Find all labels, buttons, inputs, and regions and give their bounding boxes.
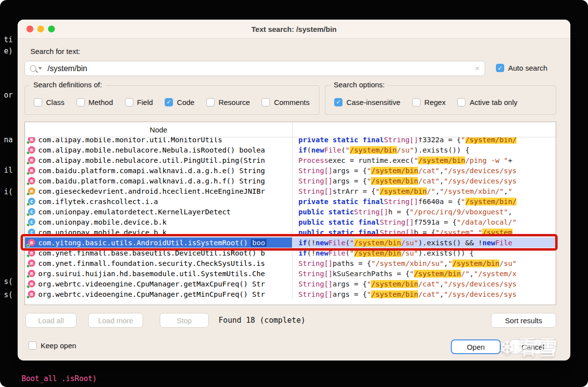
node-label: com.alipay.mobile.monitor.util.MonitorUt… (38, 137, 222, 144)
checkbox-box (28, 341, 37, 350)
keep-open-checkbox[interactable]: Keep open (28, 341, 76, 350)
desktop-background: Text search: /system/bin Search for text… (0, 0, 588, 387)
load-more-button[interactable]: Load more (88, 313, 143, 328)
method-icon: m (28, 156, 35, 164)
node-column-header[interactable]: Node (25, 126, 292, 134)
checkbox-label: Auto search (508, 64, 547, 72)
result-node-cell: morg.webrtc.videoengine.CpuManager.getMa… (25, 279, 292, 289)
close-window-button[interactable] (26, 26, 33, 32)
result-row[interactable]: mcom.alipay.mobile.monitor.util.MonitorU… (25, 137, 556, 145)
stop-button[interactable]: Stop (160, 313, 209, 328)
node-label: com.baidu.platform.comapi.walknavi.d.a.g… (38, 167, 265, 175)
result-row[interactable]: mcom.alipay.mobile.nebulacore.Nebula.isR… (25, 145, 556, 155)
checkbox-label: Class (46, 98, 65, 106)
node-label: com.iflytek.crashcollect.i.a (38, 198, 158, 206)
background-code-fragment: e) (4, 47, 13, 55)
checkbox-method[interactable]: Method (76, 98, 113, 106)
method-icon: m (28, 177, 35, 184)
result-node-cell: mcom.alipay.mobile.monitor.util.MonitorU… (25, 137, 292, 145)
result-row[interactable]: mcom.yitong.basic.utils.AndroidUtil.isSy… (25, 237, 556, 248)
node-label: com.alipay.mobile.nebulacore.Nebula.isRo… (38, 146, 265, 154)
node-label: com.gieseckedevrient.android.hceclient.H… (38, 187, 265, 195)
checkbox-active-tab-only[interactable]: Active tab only (457, 98, 517, 106)
method-icon: m (28, 249, 35, 257)
dialog-titlebar: Text search: /system/bin (18, 20, 570, 39)
checkbox-class[interactable]: Class (34, 98, 65, 106)
checkbox-regex[interactable]: Regex (412, 98, 445, 106)
result-code-cell: String[] kSuSearchPaths = {"/system/bin/… (292, 268, 556, 279)
result-code-cell: String[] args = {"/system/bin/cat", "/sy… (292, 176, 556, 186)
minimize-window-button[interactable] (37, 26, 44, 32)
background-code-fragment: Boot_all .isRoot) (22, 374, 97, 383)
checkbox-field[interactable]: Field (125, 98, 153, 106)
node-label: com.ynet.finmall.foundation.security.Che… (38, 259, 265, 267)
class-icon: c (28, 229, 35, 236)
result-row[interactable]: ccom.iflytek.crashcollect.i.aprivate sta… (25, 196, 556, 206)
checkbox-case-insensitive[interactable]: ✓Case-insensitive (334, 98, 400, 106)
result-row[interactable]: morg.webrtc.videoengine.CpuManager.getMi… (25, 289, 556, 299)
result-node-cell: morg.webrtc.videoengine.CpuManager.getMi… (25, 289, 292, 299)
node-label: org.webrtc.videoengine.CpuManager.getMin… (38, 290, 265, 298)
background-code-fragment: or (4, 91, 13, 100)
class-icon: c (28, 218, 35, 226)
watermark-text: 看雪 (518, 334, 557, 361)
checkbox-resource[interactable]: Resource (206, 98, 250, 106)
dialog-title: Text search: /system/bin (251, 25, 337, 33)
result-row[interactable]: ccom.unionpay.mobile.device.b.kpublic st… (25, 217, 556, 227)
result-row[interactable]: morg.suirui.huijian.hd.basemodule.util.S… (25, 268, 556, 279)
result-node-cell: mcom.alipay.mobile.nebulacore.util.PingU… (25, 155, 292, 165)
result-row[interactable]: mcom.ynet.finmall.foundation.security.Ch… (25, 258, 556, 268)
checkbox-label: Case-insensitive (346, 98, 400, 106)
result-row[interactable]: mcom.gieseckedevrient.android.hceclient.… (25, 186, 556, 196)
search-input[interactable] (47, 64, 475, 74)
search-input-field[interactable]: × (24, 61, 485, 76)
method-icon: m (28, 259, 35, 267)
auto-search-checkbox[interactable]: ✓Auto search (496, 64, 547, 72)
result-row[interactable]: mcom.ynet.finmall.base.baseutils.DeviceU… (25, 248, 556, 258)
checkbox-code[interactable]: ✓Code (165, 98, 195, 106)
checkbox-label: Code (177, 98, 195, 106)
zoom-window-button[interactable] (48, 26, 55, 32)
result-code-cell: String[] args = {"/system/bin/cat", "/sy… (292, 165, 556, 176)
result-node-cell: ccom.iflytek.crashcollect.i.a (25, 196, 292, 206)
sort-results-button[interactable]: Sort results (491, 313, 556, 328)
window-controls (26, 26, 55, 32)
result-row[interactable]: mcom.baidu.platform.comapi.walknavi.d.a.… (25, 176, 556, 186)
result-code-cell: if (new File("/system/bin/su").exists())… (292, 145, 556, 155)
search-icon[interactable] (30, 65, 42, 72)
node-label: com.baidu.platform.comapi.walknavi.d.a.g… (38, 177, 265, 185)
result-code-cell: String[] strArr = {"/system/bin/", "/sys… (292, 186, 556, 196)
result-node-cell: mcom.gieseckedevrient.android.hceclient.… (25, 186, 292, 196)
checkbox-box: ✓ (165, 98, 173, 106)
checkbox-label: Comments (274, 98, 310, 106)
checkbox-box (125, 98, 133, 106)
background-code-fragment: ti (4, 35, 13, 44)
checkbox-label: Field (137, 98, 153, 106)
result-row[interactable]: ccom.unionpay.mobile.device.b.kpublic st… (25, 227, 556, 237)
checkbox-box (262, 98, 270, 106)
method-icon: m (28, 270, 35, 277)
result-node-cell: mcom.alipay.mobile.nebulacore.Nebula.isR… (25, 145, 292, 155)
result-node-cell: mcom.yitong.basic.utils.AndroidUtil.isSy… (25, 237, 292, 248)
checkbox-box (457, 98, 466, 106)
method-icon: m (28, 137, 35, 143)
checkbox-comments[interactable]: Comments (262, 98, 310, 106)
method-icon: m (28, 187, 35, 195)
background-code-fragment: s( (4, 290, 13, 299)
checkbox-label: Keep open (41, 341, 76, 350)
node-label-tail: boo (251, 239, 267, 247)
clear-search-icon[interactable]: × (475, 64, 480, 74)
result-code-cell: public static String[] h = {"/proc/irq/9… (292, 206, 556, 217)
load-all-button[interactable]: Load all (25, 313, 76, 328)
result-code-cell: if (!new File("/system/bin/su").exists()… (292, 237, 556, 248)
node-label: com.yitong.basic.utils.AndroidUtil.isSys… (38, 239, 248, 247)
result-row[interactable]: ccom.unionpay.emulatordetect.KernelLayer… (25, 206, 556, 217)
result-row[interactable]: mcom.baidu.platform.comapi.walknavi.d.a.… (25, 165, 556, 176)
result-code-cell: public static final String[] b = {"/syst… (292, 227, 556, 237)
result-code-cell: Process exec = runtime.exec("/system/bin… (292, 155, 556, 165)
result-row[interactable]: mcom.alipay.mobile.nebulacore.util.PingU… (25, 155, 556, 165)
open-button[interactable]: Open (451, 339, 501, 354)
result-row[interactable]: morg.webrtc.videoengine.CpuManager.getMa… (25, 279, 556, 289)
class-icon: c (28, 198, 35, 205)
result-code-cell: public static final String[] f7591a = {"… (292, 217, 556, 227)
